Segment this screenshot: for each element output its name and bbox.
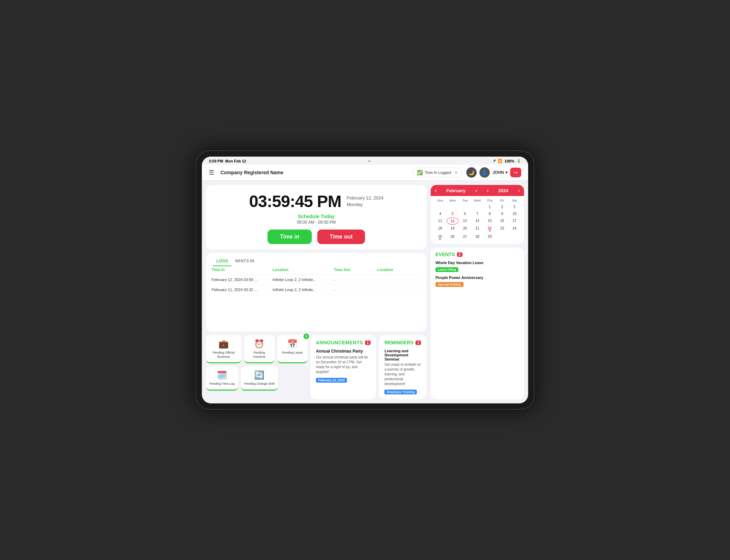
chevron-down-icon: ▾: [505, 170, 507, 175]
pending-grid-bottom: 🗓️ Pending Time Log 🔄 Pending Change Shi…: [206, 366, 308, 391]
clock-date-text: February 12, 2024: [347, 195, 383, 200]
tablet-screen: 3:59 PM Mon Feb 12 ··· ↗ 📶 100% 🔋 ☰ Comp…: [202, 157, 528, 403]
menu-icon[interactable]: ☰: [209, 169, 214, 176]
reminders-card: REMINDERS 1 Learning and Development Sem…: [379, 335, 427, 399]
cal-day-20[interactable]: 20: [459, 225, 471, 233]
announcements-card: ANNOUNCEMENTS 1 Annual Christmas Party O…: [310, 335, 376, 399]
events-badge: 2: [457, 252, 462, 257]
announcements-title: ANNOUNCEMENTS 1: [316, 340, 371, 345]
theme-toggle-button[interactable]: 🌙: [466, 167, 477, 178]
cal-day-27[interactable]: 27: [459, 233, 471, 241]
cal-day-23[interactable]: 23: [496, 225, 508, 233]
cal-day-12-today[interactable]: 12: [447, 217, 459, 225]
cal-day-7[interactable]: 7: [471, 211, 484, 217]
current-time: 03:59:45 PM: [249, 192, 341, 211]
log-location-in-1: Infinite Loop 2, 2 Infinite...: [273, 278, 334, 282]
cal-day-6[interactable]: 6: [459, 211, 471, 217]
logout-button[interactable]: ↪: [510, 168, 521, 177]
right-column: ‹ February › ‹ 2024 › Sun Mon Tue Wed: [431, 185, 524, 399]
cal-day-10[interactable]: 10: [508, 211, 521, 217]
clock-date: February 12, 2024 Monday: [347, 195, 383, 207]
status-right: ↗ 📶 100% 🔋: [493, 159, 521, 163]
col-location-in: Location: [273, 268, 334, 272]
tab-logs[interactable]: LOGS: [213, 257, 232, 266]
cal-day-26[interactable]: 26: [447, 233, 459, 241]
calendar-month: February: [446, 188, 466, 193]
cal-day-13[interactable]: 13: [459, 217, 471, 225]
schedule-label: Schedule Today: [298, 214, 335, 219]
cal-prev-year[interactable]: ‹: [487, 188, 489, 193]
cal-day-19[interactable]: 19: [447, 225, 459, 233]
cal-day-25[interactable]: 25: [434, 233, 446, 241]
events-card: EVENTS 2 Whole Day Vacation Leave Leave …: [431, 248, 524, 399]
app-header: ☰ Company Registered Name ✅ Time In Logg…: [202, 165, 528, 181]
cal-empty: [434, 204, 446, 210]
pending-grid-top: 💼 Pending Official Business ⏰ Pending Ov…: [206, 335, 308, 363]
col-time-in: Time In: [212, 268, 273, 272]
timelog-icon: 🗓️: [217, 370, 227, 380]
ann-item-desc: Our annual christmas party will be on De…: [316, 355, 371, 374]
logs-section: LOGS WHO'S IN Time In Location Time Out …: [206, 253, 427, 332]
event-1-title: Whole Day Vacation Leave: [436, 261, 519, 265]
notification-text: Time In Logged: [425, 170, 451, 175]
close-notification-icon[interactable]: ✕: [455, 170, 458, 175]
tab-whos-in[interactable]: WHO'S IN: [232, 257, 258, 266]
calendar-icon: 📅: [287, 339, 298, 349]
cal-next-year[interactable]: ›: [518, 188, 520, 193]
cal-day-1[interactable]: 1: [484, 204, 496, 210]
user-menu-button[interactable]: JOHN ▾: [493, 170, 507, 175]
calendar-grid: 1 2 3 4 5 6 7 8 9 10 11: [434, 204, 521, 241]
cal-day-3[interactable]: 3: [508, 204, 521, 210]
log-location-in-2: Infinite Loop 2, 2 Infinite...: [273, 288, 334, 292]
pending-changeshift-card[interactable]: 🔄 Pending Change Shift: [241, 366, 278, 391]
cal-day-8[interactable]: 8: [484, 211, 496, 217]
pending-section: 💼 Pending Official Business ⏰ Pending Ov…: [206, 335, 308, 399]
cal-empty-end2: [508, 233, 521, 241]
location-icon: ↗: [493, 159, 496, 163]
pending-leave-label: Pending Leave: [282, 351, 303, 355]
cal-day-21[interactable]: 21: [471, 225, 484, 233]
cal-day-14[interactable]: 14: [471, 217, 484, 225]
briefcase-icon: 💼: [218, 339, 229, 349]
pending-ot-label: Pending Overtime: [247, 351, 271, 359]
tablet-frame: 3:59 PM Mon Feb 12 ··· ↗ 📶 100% 🔋 ☰ Comp…: [196, 150, 534, 410]
rem-tag: Employee Training: [384, 390, 417, 394]
cal-day-9[interactable]: 9: [496, 211, 508, 217]
cal-empty: [447, 204, 459, 210]
status-date: Mon Feb 12: [225, 159, 246, 163]
cal-day-29[interactable]: 29: [484, 233, 496, 241]
ann-item-title: Annual Christmas Party: [316, 349, 371, 354]
user-name: JOHN: [493, 170, 504, 175]
cal-day-28[interactable]: 28: [471, 233, 484, 241]
reminders-badge: 1: [415, 340, 421, 345]
rem-item-desc: Get ready to embark on a journey of grow…: [384, 362, 421, 386]
reminders-label: REMINDERS: [384, 340, 413, 345]
reminders-title: REMINDERS 1: [384, 340, 421, 345]
time-in-notification[interactable]: ✅ Time In Logged ✕: [412, 168, 462, 177]
cal-day-18[interactable]: 18: [434, 225, 446, 233]
pending-official-business-card[interactable]: 💼 Pending Official Business: [206, 335, 241, 363]
cal-next-month[interactable]: ›: [475, 188, 477, 193]
cal-day-2[interactable]: 2: [496, 204, 508, 210]
cal-day-24[interactable]: 24: [508, 225, 521, 233]
cal-day-4[interactable]: 4: [434, 211, 446, 217]
pending-timelog-card[interactable]: 🗓️ Pending Time Log: [206, 366, 238, 391]
log-timeout-2: -: [334, 288, 377, 292]
time-out-button[interactable]: Time out: [317, 230, 365, 244]
bottom-row: 💼 Pending Official Business ⏰ Pending Ov…: [206, 335, 427, 399]
cal-empty-end1: [496, 233, 508, 241]
cal-day-11[interactable]: 11: [434, 217, 446, 225]
cal-day-15[interactable]: 15: [484, 217, 496, 225]
pending-leave-card[interactable]: 3 📅 Pending Leave: [277, 335, 308, 363]
cal-day-17[interactable]: 17: [508, 217, 521, 225]
cal-day-22-holiday[interactable]: 22: [484, 225, 496, 233]
status-bar: 3:59 PM Mon Feb 12 ··· ↗ 📶 100% 🔋: [202, 157, 528, 165]
day-wed: Wed: [471, 199, 484, 202]
time-in-button[interactable]: Time in: [268, 230, 312, 244]
cal-day-5[interactable]: 5: [447, 211, 459, 217]
event-2-tag: Special Holiday: [436, 282, 464, 287]
pending-overtime-card[interactable]: ⏰ Pending Overtime: [244, 335, 274, 363]
announcements-badge: 1: [365, 340, 371, 345]
cal-day-16[interactable]: 16: [496, 217, 508, 225]
cal-prev-month[interactable]: ‹: [435, 188, 437, 193]
